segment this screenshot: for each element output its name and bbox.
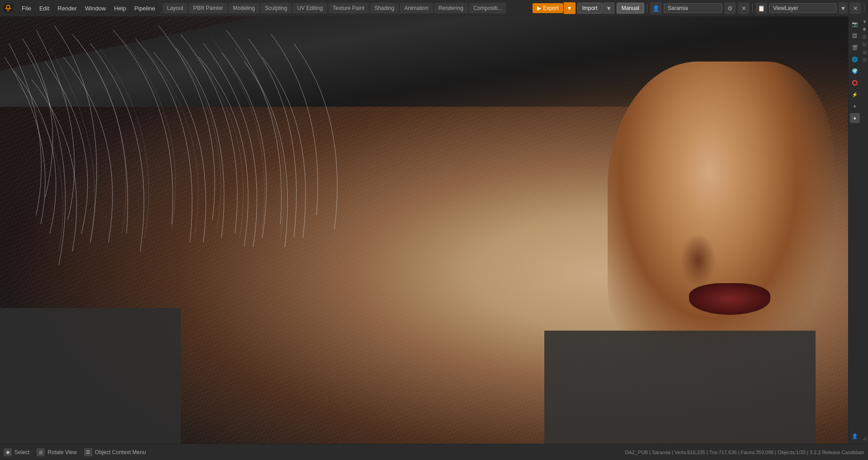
tab-animation[interactable]: Animation: [400, 3, 433, 14]
import-label: Import: [582, 5, 598, 11]
user-name-field[interactable]: [664, 3, 722, 13]
rotate-label: Rotate View: [47, 449, 76, 455]
manual-button[interactable]: Manual: [617, 3, 644, 14]
render-properties-icon[interactable]: 📷: [850, 19, 860, 29]
import-dropdown[interactable]: ▼: [603, 2, 615, 14]
top-bar: File Edit Render Window Help Pipeline La…: [0, 0, 868, 16]
menu-help[interactable]: Help: [110, 3, 130, 14]
view-layer-properties-icon[interactable]: 🎬: [850, 43, 860, 52]
active-tool-icon[interactable]: 👤: [850, 431, 860, 441]
tab-shading[interactable]: Shading: [370, 3, 399, 14]
tab-rendering[interactable]: Rendering: [434, 3, 468, 14]
stats-text: DAZ_PUB | Saramia | Verts:616,335 | Tris…: [625, 450, 864, 455]
select-mouse-icon: ◉: [4, 448, 12, 456]
rotate-icon: ◎: [37, 448, 45, 456]
sidebar-item-bottom[interactable]: ◁: [861, 436, 868, 442]
menu-file[interactable]: File: [18, 3, 35, 14]
blender-logo[interactable]: [0, 0, 16, 16]
export-dropdown[interactable]: ▼: [564, 2, 576, 14]
separator-2: [752, 4, 753, 13]
user-settings-btn[interactable]: ⚙: [724, 2, 736, 14]
bottom-status-bar: ◉ Select ◎ Rotate View ☰ Object Context …: [0, 444, 868, 460]
context-icon: ☰: [84, 448, 92, 456]
main-menu: File Edit Render Window Help Pipeline: [16, 3, 160, 14]
right-properties-panel: 📷 🖼 🎬 🌐 🌍 ⭕ ⚡ ✦ ● 👤: [848, 16, 861, 444]
view-layer-expand[interactable]: ▼: [839, 2, 848, 14]
context-menu-status: ☰ Object Context Menu: [84, 448, 146, 456]
tab-compositing[interactable]: Compositi...: [469, 3, 506, 14]
view-layer-close[interactable]: ✕: [849, 2, 861, 14]
menu-window[interactable]: Window: [81, 3, 109, 14]
output-properties-icon[interactable]: 🖼: [850, 31, 860, 41]
import-button[interactable]: Import: [577, 3, 603, 14]
view-layer-icon[interactable]: 📋: [755, 2, 767, 14]
tab-sculpting[interactable]: Sculpting: [260, 3, 292, 14]
viewport[interactable]: [0, 16, 861, 444]
scene-properties-icon[interactable]: 🌐: [850, 54, 860, 64]
separator-1: [647, 4, 647, 13]
view-layer-field[interactable]: [769, 3, 837, 13]
nose-shadow: [680, 233, 716, 288]
export-label: Export: [543, 5, 559, 11]
particle-properties-icon[interactable]: ✦: [850, 101, 860, 111]
fabric-bottom-left: [0, 308, 181, 444]
select-status: ◉ Select: [4, 448, 29, 456]
stats-bar: DAZ_PUB | Saramia | Verts:616,335 | Tris…: [625, 450, 864, 455]
context-label: Object Context Menu: [95, 449, 146, 455]
workspace-tabs: Layout PBR Painter Modeling Sculpting UV…: [160, 3, 530, 14]
sidebar-item-6[interactable]: ◳: [861, 57, 868, 63]
sidebar-item-1[interactable]: ◈: [861, 18, 868, 24]
user-close-btn[interactable]: ✕: [738, 2, 750, 14]
sidebar-item-4[interactable]: ◱: [861, 41, 868, 47]
rotate-status: ◎ Rotate View: [37, 448, 76, 456]
export-icon: ▶: [537, 5, 541, 11]
sidebar-item-3[interactable]: ◫: [861, 33, 868, 40]
material-properties-icon[interactable]: ●: [850, 113, 860, 123]
right-sidebar: ◈ ◉ ◫ ◱ ◲ ◳ ◁: [861, 16, 868, 444]
menu-pipeline[interactable]: Pipeline: [131, 3, 159, 14]
fabric-bottom-right: [544, 331, 816, 444]
tab-layout[interactable]: Layout: [162, 3, 188, 14]
tab-modeling[interactable]: Modeling: [228, 3, 259, 14]
menu-render[interactable]: Render: [54, 3, 80, 14]
sidebar-item-2[interactable]: ◉: [861, 26, 868, 32]
menu-edit[interactable]: Edit: [36, 3, 53, 14]
lip-area: [689, 283, 770, 315]
user-icon-btn[interactable]: 👤: [650, 2, 662, 14]
object-properties-icon[interactable]: ⭕: [850, 78, 860, 88]
separator-3: [864, 4, 864, 13]
export-button[interactable]: ▶ Export: [533, 3, 563, 13]
right-toolbar: ▶ Export ▼ Import ▼ Manual 👤 ⚙ ✕ 📋 ▼ ✕: [530, 2, 868, 14]
tab-uv-editing[interactable]: UV Editing: [292, 3, 327, 14]
tab-pbr-painter[interactable]: PBR Painter: [189, 3, 227, 14]
modifier-properties-icon[interactable]: ⚡: [850, 90, 860, 100]
select-label: Select: [14, 449, 29, 455]
sidebar-item-5[interactable]: ◲: [861, 49, 868, 55]
manual-label: Manual: [622, 5, 639, 11]
tab-texture-paint[interactable]: Texture Paint: [328, 3, 369, 14]
world-properties-icon[interactable]: 🌍: [850, 66, 860, 76]
viewport-background: [0, 16, 861, 444]
